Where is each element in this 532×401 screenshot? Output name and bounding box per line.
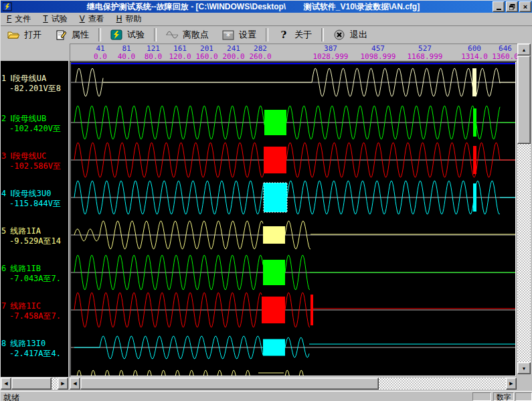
open-label: 打开 [24, 29, 41, 41]
test-label: 试验 [127, 29, 145, 41]
time-ruler: 410.08140.012180.0161120.0201160.0241200… [70, 44, 518, 62]
open-folder-icon [7, 29, 19, 40]
menu-help-label: 帮助 [125, 14, 141, 23]
waveform-scrollbar[interactable]: ◀ ▶ [70, 378, 517, 390]
minimize-button[interactable] [493, 1, 505, 12]
toolbar-separator [321, 28, 324, 42]
scroll-down-button[interactable]: ▼ [517, 362, 531, 374]
exit-button[interactable]: 退出 [327, 27, 374, 42]
app-window: 继电保护测试系统--故障回放 - [C:\WINDOWS\Desktop\ 测试… [0, 0, 532, 401]
channel-label-7: 7线路1IC-7.458A至7. [1, 301, 68, 321]
settings-label: 设置 [239, 29, 256, 41]
svg-text:?: ? [281, 29, 287, 40]
menu-test[interactable]: T试验 [37, 12, 73, 26]
arrow-down-icon: ▼ [522, 366, 527, 371]
status-bar: 就绪 数字 [1, 391, 532, 401]
vertical-scrollbar[interactable]: ▲ ▼ [517, 44, 531, 374]
channel-label-6: 6线路1IB-7.043A至7. [1, 264, 68, 284]
arrow-right-icon: ▶ [509, 381, 513, 386]
menu-test-hotkey: T [43, 14, 48, 23]
label-scroll-left-button[interactable]: ◀ [1, 378, 11, 390]
test-lightning-icon [110, 29, 122, 40]
arrow-left-icon: ◀ [73, 381, 76, 386]
properties-button[interactable]: 属性 [48, 27, 96, 42]
status-panel-empty-1 [472, 392, 491, 401]
status-mode-indicator: 数字 [493, 392, 514, 401]
waveform-svg [71, 62, 515, 376]
toolbar-separator [266, 28, 268, 42]
menu-view-label: 查看 [88, 14, 104, 23]
menu-view[interactable]: V查看 [74, 12, 110, 26]
channel-label-4: 4Ⅰ段母线3U0-115.844V至 [1, 189, 68, 209]
channel-label-8: 8线路13I0-2.417A至4. [1, 339, 68, 359]
waveform-panel[interactable] [70, 61, 517, 377]
channel-label-panel: 1Ⅰ段母线UA-82.201V至82Ⅰ段母线UB-102.420V至3Ⅰ段母线U… [1, 61, 68, 377]
label-scroll-thumb[interactable] [11, 378, 52, 390]
discrete-points-button[interactable]: 离散点 [159, 27, 215, 42]
title-bar: 继电保护测试系统--故障回放 - [C:\WINDOWS\Desktop\ 测试… [1, 1, 532, 13]
label-panel-scrollbar[interactable]: ◀ ▶ [1, 378, 68, 390]
menu-view-hotkey: V [80, 14, 85, 23]
menu-file-label: 文件 [15, 14, 31, 23]
toolbar-separator [154, 28, 157, 42]
window-title: 继电保护测试系统--故障回放 - [C:\WINDOWS\Desktop\ 测试… [14, 1, 493, 13]
menu-file-hotkey: F [7, 14, 11, 23]
exit-label: 退出 [350, 29, 367, 41]
channel-label-3: 3Ⅰ段母线UC-102.586V至 [1, 151, 68, 171]
exit-icon [333, 29, 345, 40]
label-scroll-right-button[interactable]: ▶ [58, 378, 68, 390]
status-text: 就绪 [3, 392, 19, 401]
arrow-left-icon: ◀ [4, 381, 7, 386]
channel-label-1: 1Ⅰ段母线UA-82.201V至8 [1, 74, 68, 94]
settings-icon: * [222, 29, 234, 40]
menu-file[interactable]: F文件 [1, 12, 37, 26]
arrow-up-icon: ▲ [522, 48, 527, 52]
wave-scroll-left-button[interactable]: ◀ [70, 378, 80, 390]
ruler-tick-646: 6461360.0 [475, 45, 518, 61]
close-button[interactable]: × [519, 1, 531, 12]
discrete-points-icon [166, 29, 178, 40]
status-panel-empty-2 [515, 392, 532, 401]
toolbar: 打开 属性 试验 离散点 * 设置 [1, 26, 532, 44]
settings-button[interactable]: * 设置 [215, 27, 263, 42]
open-button[interactable]: 打开 [1, 27, 48, 42]
menu-help[interactable]: H帮助 [110, 12, 148, 26]
about-question-icon: ? [278, 29, 290, 40]
scroll-up-button[interactable]: ▲ [517, 44, 531, 56]
arrow-right-icon: ▶ [61, 381, 64, 386]
about-button[interactable]: ? 关于 [271, 27, 319, 42]
about-label: 关于 [294, 29, 312, 41]
toolbar-separator [98, 28, 101, 42]
properties-label: 属性 [72, 29, 89, 41]
menu-help-hotkey: H [116, 14, 122, 23]
menu-test-label: 试验 [52, 14, 68, 23]
vertical-scroll-thumb[interactable] [517, 56, 531, 144]
app-icon [3, 2, 12, 11]
channel-label-5: 5线路1IA-9.529A至14 [1, 226, 68, 246]
wave-scroll-thumb[interactable] [80, 378, 379, 390]
discrete-points-label: 离散点 [183, 29, 209, 41]
wave-scroll-right-button[interactable]: ▶ [506, 378, 517, 390]
test-button[interactable]: 试验 [104, 27, 151, 42]
menu-bar: F文件 T试验 V查看 H帮助 [1, 13, 532, 26]
channel-label-2: 2Ⅰ段母线UB-102.420V至 [1, 114, 68, 134]
svg-text:*: * [226, 31, 230, 40]
ruler-tick-282: 282260.0 [230, 45, 290, 61]
properties-icon [55, 29, 67, 40]
restore-button[interactable] [506, 1, 518, 12]
